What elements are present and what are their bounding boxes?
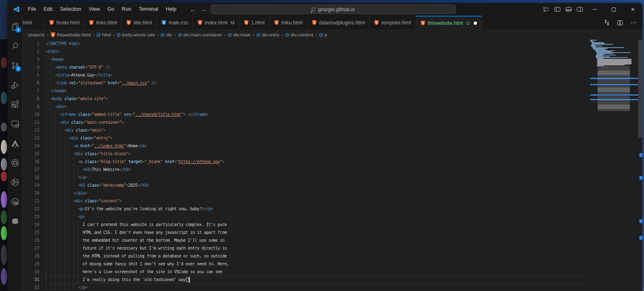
github-icon[interactable] — [8, 156, 22, 170]
vertical-scrollbar[interactable] — [638, 40, 642, 291]
code-line-20[interactable]: 20</div> — [23, 189, 590, 197]
code-line-21[interactable]: 21<div class="content"> — [23, 197, 590, 205]
search-icon[interactable] — [8, 39, 22, 53]
line-number[interactable]: 2 — [23, 48, 39, 55]
git-graph-icon[interactable] — [8, 175, 22, 189]
line-number[interactable]: 23 — [23, 213, 39, 221]
source-control-icon[interactable]: 2 — [8, 58, 22, 72]
line-content[interactable]: <div class="main"> — [46, 126, 590, 134]
explorer-icon[interactable]: 1 — [8, 19, 22, 34]
code-line-24[interactable]: 24I can't pretend this website is partic… — [23, 221, 590, 228]
code-line-25[interactable]: 25HTML and CSS. I don't even have any ja… — [23, 228, 590, 236]
breadcrumb-item[interactable]: div.entry — [257, 32, 280, 37]
tab-1.html[interactable]: 51.html — [240, 16, 270, 29]
breadcrumb-item[interactable]: body.whole-site — [117, 32, 155, 37]
line-content[interactable]: <div class="title-block"> — [46, 150, 590, 158]
line-number[interactable]: 6 — [23, 79, 39, 87]
line-content[interactable]: </a> — [46, 173, 590, 181]
line-content[interactable]: <!DOCTYPE html> — [46, 40, 590, 48]
line-number[interactable]: 22 — [23, 205, 39, 213]
line-number[interactable]: 7 — [23, 87, 39, 95]
code-line-29[interactable]: 29of doing some fancy shit I don't see w… — [23, 260, 590, 268]
menu-selection[interactable]: Selection — [56, 3, 85, 16]
tab-dalamudplugins.html[interactable]: 5dalamudplugins.html — [307, 16, 370, 29]
code-line-1[interactable]: 1<!DOCTYPE html> — [23, 40, 590, 48]
line-number[interactable]: 18 — [23, 173, 39, 181]
code-line-31[interactable]: 31I'm really doing this the 'old-fashion… — [23, 276, 590, 284]
code-line-18[interactable]: 18</a> — [23, 173, 590, 181]
line-number[interactable]: 3 — [23, 55, 39, 63]
command-center-search[interactable]: gnargle.github.io — [211, 5, 456, 14]
line-number[interactable]: 27 — [23, 244, 39, 252]
line-content[interactable]: </div> — [46, 189, 590, 197]
code-line-30[interactable]: 30here's a live screenshot of the site i… — [23, 268, 590, 276]
line-content[interactable]: <a class="blog-title" target="_blank" hr… — [46, 158, 590, 166]
scrollbar-slider[interactable] — [638, 40, 642, 138]
line-content[interactable]: the HTML instead of pulling from a datab… — [46, 252, 590, 260]
line-content[interactable]: I can't pretend this website is particul… — [46, 221, 590, 228]
tab-footer.html[interactable]: 5footer.html — [45, 16, 85, 29]
run-debug-icon[interactable] — [8, 78, 22, 92]
code-line-26[interactable]: 26the embedded hit counter at the bottom… — [23, 236, 590, 244]
code-line-11[interactable]: 11<div class="main-container"> — [23, 118, 590, 126]
close-button[interactable]: ✕ — [623, 3, 642, 16]
line-number[interactable]: 30 — [23, 268, 39, 276]
line-number[interactable]: 24 — [23, 221, 39, 228]
breadcrumb-item[interactable]: p — [319, 32, 327, 37]
code-line-28[interactable]: 28the HTML instead of pulling from a dat… — [23, 252, 590, 260]
unsaved-dot-icon[interactable] — [474, 22, 477, 25]
line-number[interactable]: 29 — [23, 260, 39, 268]
line-content[interactable]: of doing some fancy shit I don't see why… — [46, 260, 590, 268]
tab-html[interactable]: html — [23, 16, 45, 29]
menu-run[interactable]: Run — [118, 3, 135, 16]
line-number[interactable]: 28 — [23, 252, 39, 260]
code-line-5[interactable]: 5<title>Athene.Gay</title> — [23, 71, 590, 79]
remote-explorer-icon[interactable] — [8, 117, 22, 131]
line-content[interactable]: <title>Athene.Gay</title> — [46, 71, 590, 79]
tab-template.html[interactable]: 5template.html — [370, 16, 416, 29]
menu-view[interactable]: View — [85, 3, 104, 16]
code-line-15[interactable]: 15<div class="title-block"> — [23, 150, 590, 158]
more-actions-icon[interactable]: ⋯ — [628, 18, 638, 28]
breadcrumb-item[interactable]: projects — [28, 32, 45, 37]
line-number[interactable]: 9 — [23, 103, 39, 111]
code-line-17[interactable]: 17<h3>This Website</h3> — [23, 166, 590, 173]
line-content[interactable]: <meta charset="UTF-8" /> — [46, 63, 590, 71]
line-number[interactable]: 25 — [23, 228, 39, 236]
line-number[interactable]: 20 — [23, 189, 39, 197]
line-number[interactable]: 19 — [23, 181, 39, 189]
line-content[interactable]: <p> — [46, 213, 590, 221]
line-number[interactable]: 17 — [23, 166, 39, 173]
line-content[interactable]: <h3 class="datestamp">2025</h3> — [46, 181, 590, 189]
line-content[interactable]: <h3>This Website</h3> — [46, 166, 590, 173]
line-number[interactable]: 4 — [23, 63, 39, 71]
code-line-13[interactable]: 13<div class="entry"> — [23, 134, 590, 142]
code-line-4[interactable]: 4<meta charset="UTF-8" /> — [23, 63, 590, 71]
line-content[interactable]: I'm really doing this the 'old-fashioned… — [46, 276, 590, 284]
line-content[interactable]: <html> — [46, 48, 590, 55]
code-line-3[interactable]: 3<head> — [23, 55, 590, 63]
menu-go[interactable]: Go — [104, 3, 118, 16]
line-number[interactable]: 11 — [23, 118, 39, 126]
code-line-9[interactable]: 9<div> — [23, 103, 590, 111]
back-arrow-icon[interactable]: ← — [190, 6, 196, 13]
minimap[interactable] — [590, 40, 638, 291]
line-content[interactable]: the embedded hit counter at the bottom. … — [46, 236, 590, 244]
line-content[interactable]: <div class="content"> — [46, 197, 590, 205]
line-content[interactable]: </p> — [46, 284, 590, 291]
line-number[interactable]: 14 — [23, 142, 39, 150]
breadcrumb-item[interactable]: div — [161, 32, 172, 37]
toggle-secondary-sidebar-icon[interactable] — [574, 3, 585, 16]
code-editor[interactable]: 1<!DOCTYPE html>2<html>3<head>4<meta cha… — [23, 40, 590, 291]
minimize-button[interactable] — [585, 3, 604, 16]
code-line-32[interactable]: 32</p> — [23, 284, 590, 291]
code-line-23[interactable]: 23<p> — [23, 213, 590, 221]
code-line-10[interactable]: 10<iframe class="embed-title" src="../sh… — [23, 111, 590, 118]
line-number[interactable]: 8 — [23, 95, 39, 103]
line-number[interactable]: 1 — [23, 40, 39, 48]
code-line-14[interactable]: 14<a href="../index.html">Home</a> — [23, 142, 590, 150]
line-number[interactable]: 13 — [23, 134, 39, 142]
a-extension-icon[interactable] — [8, 136, 22, 150]
line-content[interactable]: <link rel="stylesheet" href="../main.css… — [46, 79, 590, 87]
line-content[interactable]: <div class="main-container"> — [46, 118, 590, 126]
